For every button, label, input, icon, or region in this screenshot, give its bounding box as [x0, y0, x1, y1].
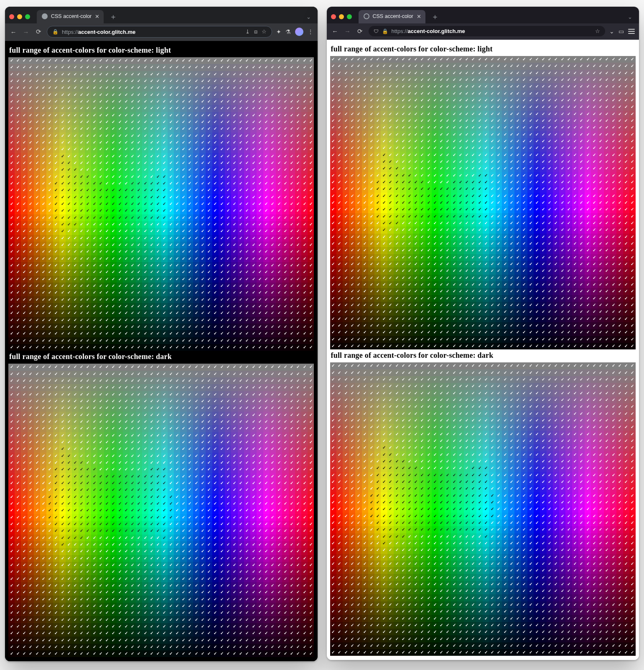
accent-swatch[interactable]: ✓: [355, 438, 361, 444]
accent-swatch[interactable]: ✓: [451, 458, 457, 465]
accent-swatch[interactable]: ✓: [521, 444, 527, 451]
accent-swatch[interactable]: ✓: [244, 289, 250, 296]
accent-swatch[interactable]: ✓: [72, 623, 78, 630]
accent-swatch[interactable]: ✓: [572, 234, 578, 240]
accent-swatch[interactable]: ✓: [238, 405, 244, 411]
accent-swatch[interactable]: ✓: [540, 588, 546, 594]
accent-swatch[interactable]: ✓: [553, 281, 559, 288]
accent-swatch[interactable]: ✓: [400, 588, 406, 594]
accent-swatch[interactable]: ✓: [270, 166, 276, 173]
accent-swatch[interactable]: ✓: [508, 247, 514, 254]
accent-swatch[interactable]: ✓: [161, 289, 168, 296]
accent-swatch[interactable]: ✓: [174, 596, 180, 602]
accent-swatch[interactable]: ✓: [187, 166, 193, 173]
accent-swatch[interactable]: ✓: [142, 269, 148, 275]
accent-swatch[interactable]: ✓: [225, 555, 231, 562]
accent-swatch[interactable]: ✓: [46, 235, 53, 242]
accent-swatch[interactable]: ✓: [295, 84, 301, 91]
accent-swatch[interactable]: ✓: [282, 64, 288, 71]
accent-swatch[interactable]: ✓: [257, 384, 263, 391]
accent-swatch[interactable]: ✓: [610, 472, 616, 479]
accent-swatch[interactable]: ✓: [199, 548, 206, 555]
accent-swatch[interactable]: ✓: [136, 514, 142, 521]
accent-swatch[interactable]: ✓: [355, 472, 361, 479]
accent-swatch[interactable]: ✓: [187, 173, 193, 180]
accent-swatch[interactable]: ✓: [59, 194, 66, 201]
accent-swatch[interactable]: ✓: [336, 152, 343, 158]
accent-swatch[interactable]: ✓: [470, 131, 476, 138]
accent-swatch[interactable]: ✓: [629, 97, 636, 104]
accent-swatch[interactable]: ✓: [46, 166, 53, 173]
accent-swatch[interactable]: ✓: [187, 446, 193, 452]
accent-swatch[interactable]: ✓: [400, 554, 406, 560]
accent-swatch[interactable]: ✓: [432, 410, 438, 417]
accent-swatch[interactable]: ✓: [231, 303, 237, 310]
accent-swatch[interactable]: ✓: [282, 432, 288, 439]
accent-swatch[interactable]: ✓: [553, 492, 559, 499]
accent-swatch[interactable]: ✓: [343, 316, 349, 322]
accent-swatch[interactable]: ✓: [565, 261, 572, 267]
accent-swatch[interactable]: ✓: [400, 574, 406, 581]
accent-swatch[interactable]: ✓: [629, 472, 636, 479]
accent-swatch[interactable]: ✓: [161, 201, 168, 207]
accent-swatch[interactable]: ✓: [470, 199, 476, 206]
accent-swatch[interactable]: ✓: [521, 465, 527, 471]
accent-swatch[interactable]: ✓: [413, 316, 419, 322]
accent-swatch[interactable]: ✓: [527, 594, 534, 601]
accent-swatch[interactable]: ✓: [180, 337, 186, 344]
accent-swatch[interactable]: ✓: [193, 317, 199, 324]
accent-swatch[interactable]: ✓: [438, 520, 445, 526]
accent-swatch[interactable]: ✓: [59, 242, 66, 248]
accent-swatch[interactable]: ✓: [250, 398, 257, 405]
accent-swatch[interactable]: ✓: [534, 513, 540, 520]
accent-swatch[interactable]: ✓: [476, 513, 483, 520]
accent-swatch[interactable]: ✓: [527, 165, 534, 172]
accent-swatch[interactable]: ✓: [206, 391, 212, 398]
accent-swatch[interactable]: ✓: [629, 499, 636, 506]
accent-swatch[interactable]: ✓: [270, 596, 276, 602]
accent-swatch[interactable]: ✓: [34, 527, 40, 534]
accent-swatch[interactable]: ✓: [381, 642, 387, 649]
accent-swatch[interactable]: ✓: [451, 465, 457, 471]
accent-swatch[interactable]: ✓: [155, 324, 161, 330]
accent-swatch[interactable]: ✓: [53, 650, 59, 657]
accent-swatch[interactable]: ✓: [591, 492, 597, 499]
accent-swatch[interactable]: ✓: [250, 201, 257, 207]
accent-swatch[interactable]: ✓: [413, 343, 419, 349]
accent-swatch[interactable]: ✓: [591, 247, 597, 254]
accent-swatch[interactable]: ✓: [66, 391, 72, 398]
accent-swatch[interactable]: ✓: [244, 303, 250, 310]
accent-swatch[interactable]: ✓: [53, 248, 59, 255]
accent-swatch[interactable]: ✓: [451, 90, 457, 97]
accent-swatch[interactable]: ✓: [355, 594, 361, 601]
accent-swatch[interactable]: ✓: [400, 629, 406, 635]
accent-swatch[interactable]: ✓: [155, 330, 161, 337]
accent-swatch[interactable]: ✓: [97, 527, 104, 534]
accent-swatch[interactable]: ✓: [445, 56, 451, 63]
accent-swatch[interactable]: ✓: [355, 362, 361, 369]
accent-swatch[interactable]: ✓: [406, 172, 412, 179]
accent-swatch[interactable]: ✓: [276, 500, 282, 507]
accent-swatch[interactable]: ✓: [276, 603, 282, 609]
accent-swatch[interactable]: ✓: [8, 609, 15, 616]
accent-swatch[interactable]: ✓: [123, 364, 129, 370]
accent-swatch[interactable]: ✓: [547, 458, 553, 465]
accent-swatch[interactable]: ✓: [387, 172, 394, 179]
accent-swatch[interactable]: ✓: [301, 562, 308, 568]
accent-swatch[interactable]: ✓: [591, 63, 597, 69]
accent-swatch[interactable]: ✓: [610, 63, 616, 69]
accent-swatch[interactable]: ✓: [457, 581, 463, 588]
accent-swatch[interactable]: ✓: [244, 228, 250, 234]
accent-swatch[interactable]: ✓: [540, 343, 546, 349]
accent-swatch[interactable]: ✓: [168, 500, 174, 507]
accent-swatch[interactable]: ✓: [508, 124, 514, 131]
accent-swatch[interactable]: ✓: [66, 535, 72, 541]
accent-swatch[interactable]: ✓: [85, 201, 91, 207]
accent-swatch[interactable]: ✓: [250, 644, 257, 650]
accent-swatch[interactable]: ✓: [508, 165, 514, 172]
accent-swatch[interactable]: ✓: [219, 330, 225, 337]
accent-swatch[interactable]: ✓: [161, 269, 168, 275]
accent-swatch[interactable]: ✓: [117, 650, 123, 657]
accent-swatch[interactable]: ✓: [349, 465, 355, 471]
accent-swatch[interactable]: ✓: [362, 117, 368, 124]
